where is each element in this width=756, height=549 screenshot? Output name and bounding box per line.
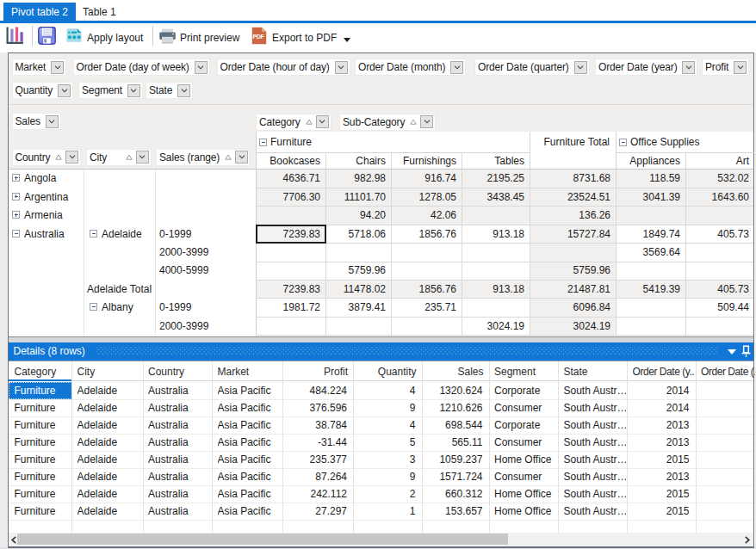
svg-text:PDF: PDF bbox=[253, 34, 265, 40]
